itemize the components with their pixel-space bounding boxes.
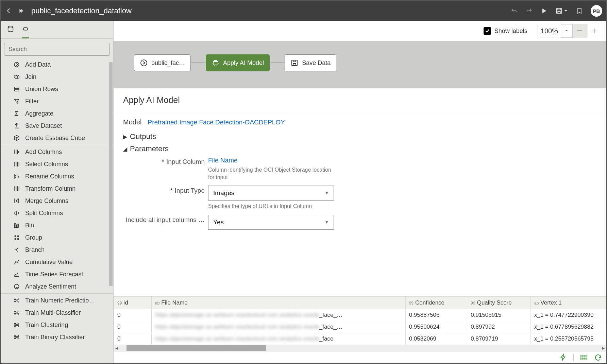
node-source[interactable]: public_fac…: [134, 54, 191, 71]
sidebar-scrollbar[interactable]: [109, 62, 113, 307]
node-label: Save Data: [302, 59, 331, 67]
caret-right-icon: ▶: [123, 134, 127, 140]
sidebar-item[interactable]: Union Rows: [1, 83, 113, 95]
sidebar-item[interactable]: Merge Columns: [1, 195, 113, 207]
sidebar-item[interactable]: Analyze Sentiment: [1, 280, 113, 293]
sidebar-item[interactable]: Group: [1, 231, 113, 244]
undo-button[interactable]: [510, 7, 518, 15]
upload-icon: [13, 122, 20, 129]
ai-model-icon: [212, 59, 220, 67]
sidebar-item[interactable]: Time Series Forecast: [1, 268, 113, 280]
sidebar-item[interactable]: Filter: [1, 95, 113, 107]
sidebar-item[interactable]: Train Numeric Predictio…: [1, 294, 113, 307]
input-column-help: Column identifying the OCI Object Storag…: [208, 166, 334, 181]
column-header[interactable]: abVertex 1: [530, 297, 606, 309]
expand-icon[interactable]: [18, 7, 25, 15]
tab-steps[interactable]: [22, 25, 29, 38]
horizontal-scrollbar[interactable]: ◀ ▶: [114, 345, 606, 351]
search-input[interactable]: [4, 43, 110, 56]
input-column-value[interactable]: File Name: [208, 157, 344, 164]
svg-rect-0: [557, 8, 562, 14]
sidebar-item[interactable]: Create Essbase Cube: [1, 132, 113, 144]
sidebar-item-label: Bin: [25, 222, 34, 229]
page-title: public_facedetection_dataflow: [31, 6, 132, 15]
outputs-toggle[interactable]: ▶ Outputs: [123, 132, 597, 141]
redo-button[interactable]: [525, 7, 533, 15]
group-icon: [13, 234, 20, 241]
show-labels-checkbox[interactable]: [484, 27, 491, 35]
sidebar-item-label: Rename Columns: [25, 173, 74, 180]
svg-rect-37: [581, 355, 587, 360]
sidebar-item[interactable]: Join: [1, 71, 113, 83]
sidebar-item-label: Merge Columns: [25, 197, 68, 205]
canvas-toolbar: Show labels 100% − +: [114, 21, 606, 41]
sidebar-item-label: Add Columns: [25, 149, 62, 156]
sidebar-item[interactable]: Aggregate: [1, 107, 113, 120]
node-apply-ai[interactable]: Apply AI Model: [206, 54, 270, 71]
scroll-thumb[interactable]: [127, 345, 266, 351]
cube-icon: [13, 134, 20, 142]
column-header[interactable]: 99id: [114, 297, 152, 309]
caret-down-icon: ◢: [123, 146, 127, 152]
zoom-dropdown[interactable]: [561, 24, 572, 38]
sidebar-item[interactable]: Branch: [1, 244, 113, 256]
cols-split-icon: [13, 209, 20, 217]
sidebar-item[interactable]: Train Multi-Classifier: [1, 307, 113, 319]
sidebar-item[interactable]: Train Binary Classifier: [1, 331, 113, 343]
back-button[interactable]: [5, 7, 13, 15]
sidebar-item-label: Train Numeric Predictio…: [25, 297, 95, 304]
include-all-select[interactable]: Yes ▼: [208, 215, 334, 230]
sidebar-item[interactable]: Add Data: [1, 58, 113, 71]
refresh-icon[interactable]: [594, 353, 602, 362]
scroll-left-arrow[interactable]: ◀: [114, 345, 120, 351]
sidebar-item[interactable]: Cumulative Value: [1, 256, 113, 268]
sidebar-item-label: Save Dataset: [25, 122, 62, 129]
zoom-level[interactable]: 100%: [538, 25, 561, 37]
arrow-circle-icon: [13, 61, 20, 68]
parameters-toggle[interactable]: ◢ Parameters: [123, 144, 597, 153]
sidebar-item-label: Union Rows: [25, 86, 58, 93]
grid-icon[interactable]: [580, 353, 588, 362]
model-link[interactable]: Pretrained Image Face Detection-OACDEPLO…: [148, 119, 285, 126]
column-header[interactable]: 99Quality Score: [467, 297, 531, 309]
footer-toolbar: [114, 351, 606, 363]
bookmark-button[interactable]: [576, 7, 583, 15]
sidebar-item[interactable]: Select Columns: [1, 158, 113, 170]
model-label: Model: [123, 118, 141, 126]
sidebar-item[interactable]: Rename Columns: [1, 170, 113, 183]
zoom-in-button[interactable]: +: [587, 24, 602, 38]
tab-data[interactable]: [7, 25, 14, 38]
include-all-label: Include all input columns …: [126, 216, 205, 223]
svg-point-34: [141, 60, 147, 66]
sigma-icon: [13, 110, 20, 117]
svg-rect-6: [14, 90, 19, 91]
run-button[interactable]: [540, 7, 548, 15]
table-row[interactable]: 0https objectstorage us ashburn oraclecl…: [114, 321, 606, 333]
save-dropdown-button[interactable]: [563, 7, 568, 15]
node-save-data[interactable]: Save Data: [285, 54, 336, 71]
sidebar-item[interactable]: Save Dataset: [1, 120, 113, 132]
svg-point-11: [15, 239, 16, 240]
table-row[interactable]: 0https objectstorage us ashburn oraclecl…: [114, 333, 606, 345]
table-row[interactable]: 0https objectstorage us ashburn oraclecl…: [114, 309, 606, 321]
sidebar-item[interactable]: Add Columns: [1, 146, 113, 158]
sidebar-item[interactable]: Bin: [1, 219, 113, 231]
bolt-icon[interactable]: [559, 353, 567, 362]
sidebar-item[interactable]: Split Columns: [1, 207, 113, 219]
branch-icon: [13, 246, 20, 254]
sidebar-item-label: Group: [25, 234, 42, 241]
save-button[interactable]: [555, 7, 563, 15]
column-header[interactable]: abFile Name: [151, 297, 405, 309]
user-avatar[interactable]: PB: [591, 5, 602, 17]
dataflow-canvas[interactable]: public_fac… Apply AI Model Save Data: [114, 41, 606, 88]
cols-add-icon: [13, 148, 20, 156]
sidebar-step-list: Add DataJoinUnion RowsFilterAggregateSav…: [1, 58, 113, 363]
column-header[interactable]: 99Confidence: [405, 297, 467, 309]
train-icon: [13, 297, 20, 304]
sidebar-item[interactable]: Transform Column: [1, 183, 113, 195]
sidebar-item[interactable]: Train Clustering: [1, 319, 113, 331]
input-type-select[interactable]: Images ▼: [208, 186, 334, 201]
sidebar-item-label: Train Clustering: [25, 322, 68, 329]
zoom-out-button[interactable]: −: [572, 24, 587, 38]
scroll-right-arrow[interactable]: ▶: [600, 345, 606, 351]
